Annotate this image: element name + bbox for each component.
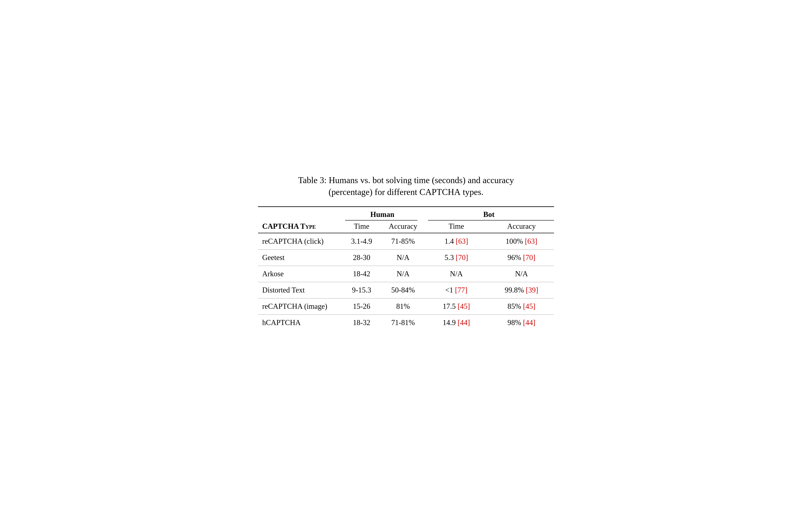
bot-acc-ref: [45] <box>523 302 536 311</box>
human-time-cell: 18-42 <box>341 266 382 282</box>
captcha-type-cell: Arkose <box>258 266 341 282</box>
bot-acc-cell: 85% [45] <box>489 299 554 315</box>
title-captcha-word: CAPTCHA <box>420 187 461 197</box>
page-container: Table 3: Humans vs. bot solving time (se… <box>258 174 554 331</box>
captcha-type-col-header: CAPTCHA Type <box>258 220 341 233</box>
title-line1: Table 3: Humans vs. bot solving time (se… <box>298 175 514 185</box>
human-time-col-header: Time <box>341 220 382 233</box>
human-acc-cell: 50-84% <box>382 282 424 299</box>
human-time-cell: 9-15.3 <box>341 282 382 299</box>
bot-time-cell: 1.4 [63] <box>424 233 489 249</box>
bot-acc-ref: [44] <box>523 319 536 327</box>
table-row: Distorted Text9-15.350-84%<1 [77]99.8% [… <box>258 282 554 299</box>
title-line2-start: (percentage) for different <box>329 187 418 197</box>
captcha-type-cell: reCAPTCHA (image) <box>258 299 341 315</box>
table-title: Table 3: Humans vs. bot solving time (se… <box>258 174 554 198</box>
bot-time-ref: [63] <box>456 237 468 245</box>
human-time-cell: 3.1-4.9 <box>341 233 382 249</box>
human-acc-cell: 71-81% <box>382 315 424 331</box>
title-line2-end: types. <box>463 187 483 197</box>
captcha-type-cell: reCAPTCHA (click) <box>258 233 341 249</box>
bot-acc-ref: [63] <box>525 237 537 245</box>
bot-time-cell: N/A <box>424 266 489 282</box>
subheader-row: CAPTCHA Type Time Accuracy Time Accuracy <box>258 220 554 233</box>
human-acc-cell: 71-85% <box>382 233 424 249</box>
human-time-cell: 15-26 <box>341 299 382 315</box>
human-group-header: Human <box>341 207 424 220</box>
bot-acc-ref: [39] <box>526 286 538 294</box>
bot-time-cell: 14.9 [44] <box>424 315 489 331</box>
human-acc-cell: 81% <box>382 299 424 315</box>
captcha-type-cell: Geetest <box>258 249 341 266</box>
bot-acc-col-header: Accuracy <box>489 220 554 233</box>
bot-time-cell: 17.5 [45] <box>424 299 489 315</box>
bot-acc-ref: [70] <box>523 254 536 262</box>
bot-time-ref: [77] <box>455 286 468 294</box>
human-time-cell: 28-30 <box>341 249 382 266</box>
table-row: reCAPTCHA (click)3.1-4.971-85%1.4 [63]10… <box>258 233 554 249</box>
bot-time-ref: [44] <box>458 319 470 327</box>
captcha-type-header-empty <box>258 207 341 220</box>
bot-acc-cell: 100% [63] <box>489 233 554 249</box>
captcha-type-cell: hCAPTCHA <box>258 315 341 331</box>
table-row: hCAPTCHA18-3271-81%14.9 [44]98% [44] <box>258 315 554 331</box>
human-acc-cell: N/A <box>382 266 424 282</box>
bot-group-header: Bot <box>424 207 554 220</box>
captcha-type-cell: Distorted Text <box>258 282 341 299</box>
table-row: Geetest28-30N/A5.3 [70]96% [70] <box>258 249 554 266</box>
human-time-cell: 18-32 <box>341 315 382 331</box>
bot-time-ref: [70] <box>456 254 468 262</box>
bot-time-col-header: Time <box>424 220 489 233</box>
bot-acc-cell: 99.8% [39] <box>489 282 554 299</box>
bot-time-ref: [45] <box>458 302 470 311</box>
bot-acc-cell: 98% [44] <box>489 315 554 331</box>
bot-time-cell: <1 [77] <box>424 282 489 299</box>
bot-acc-cell: N/A <box>489 266 554 282</box>
bot-acc-cell: 96% [70] <box>489 249 554 266</box>
human-acc-cell: N/A <box>382 249 424 266</box>
human-acc-col-header: Accuracy <box>382 220 424 233</box>
table-row: Arkose18-42N/AN/AN/A <box>258 266 554 282</box>
bot-time-cell: 5.3 [70] <box>424 249 489 266</box>
header-group-row: Human Bot <box>258 207 554 220</box>
table-row: reCAPTCHA (image)15-2681%17.5 [45]85% [4… <box>258 299 554 315</box>
comparison-table: Human Bot CAPTCHA Type Time Accuracy Tim… <box>258 206 554 331</box>
